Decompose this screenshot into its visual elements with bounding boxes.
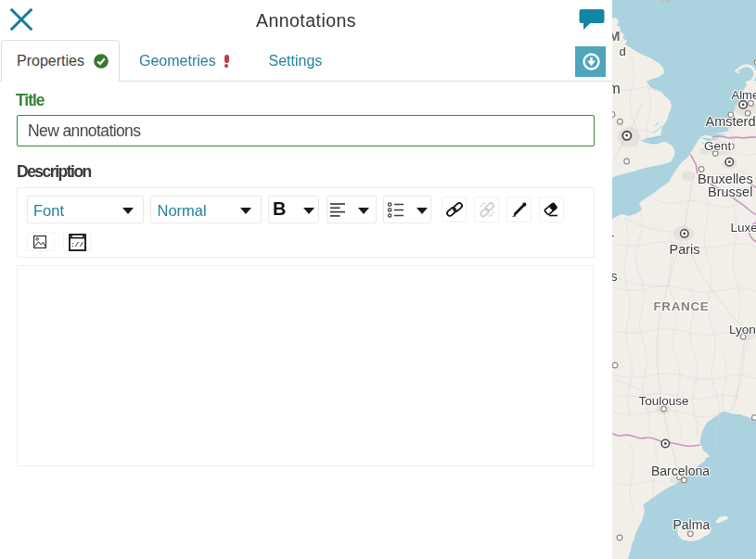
svg-text:Toulouse: Toulouse xyxy=(639,394,689,408)
svg-text:Luxembourg: Luxembourg xyxy=(731,221,756,235)
svg-text:Amsterdam: Amsterdam xyxy=(706,114,756,129)
svg-text:Almere: Almere xyxy=(732,88,756,102)
svg-text:Barcelona: Barcelona xyxy=(651,464,710,478)
svg-text:r: r xyxy=(612,230,614,248)
svg-text:M: M xyxy=(612,28,621,44)
svg-text:FRANCE: FRANCE xyxy=(654,299,710,313)
svg-text:m: m xyxy=(612,81,621,96)
svg-text:Gent: Gent xyxy=(704,139,732,153)
svg-text:://_: ://_ xyxy=(70,240,86,248)
svg-text:d: d xyxy=(620,44,626,58)
svg-text:Brussel: Brussel xyxy=(708,184,752,199)
svg-text:s: s xyxy=(612,269,618,284)
svg-text:Lyon: Lyon xyxy=(729,323,756,337)
svg-text:Paris: Paris xyxy=(670,242,700,257)
svg-text:Palma: Palma xyxy=(673,517,711,532)
